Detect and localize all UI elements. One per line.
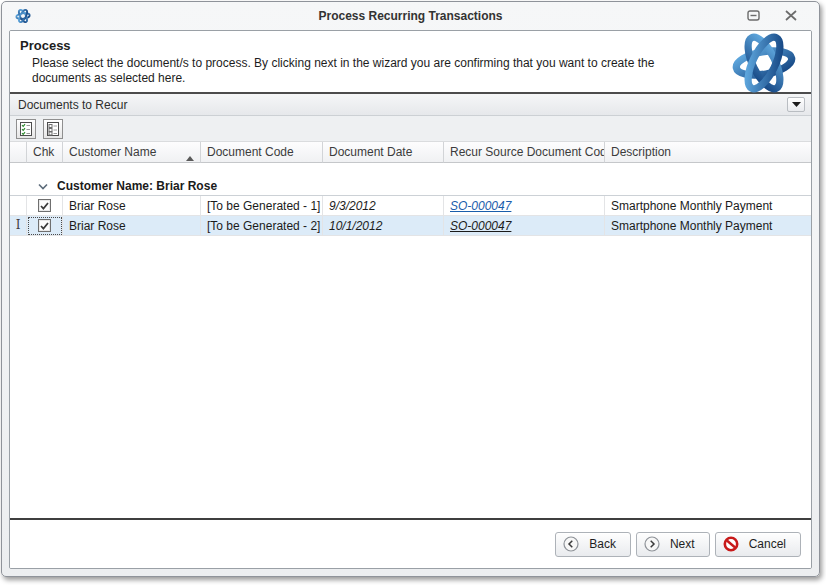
chk-cell-focused[interactable]: [27, 216, 63, 236]
chevron-down-icon: [792, 102, 801, 107]
table-row[interactable]: Briar Rose [To be Generated - 1] 9/3/201…: [10, 196, 811, 216]
document-date-cell[interactable]: 10/1/2012: [323, 216, 444, 236]
wizard-header: Process Please select the document/s to …: [10, 31, 811, 94]
back-button-label: Back: [589, 537, 616, 551]
next-icon: [644, 536, 660, 552]
document-code-cell[interactable]: [To be Generated - 2]: [201, 216, 323, 236]
row-indicator-cell: [10, 196, 27, 216]
focused-row-indicator-icon: I: [10, 218, 26, 232]
column-header-document-code[interactable]: Document Code: [201, 142, 323, 163]
document-code-cell[interactable]: [To be Generated - 1]: [201, 196, 323, 216]
grid-toolbar: [10, 116, 811, 142]
check-all-button[interactable]: [16, 119, 36, 139]
description-cell[interactable]: Smartphone Monthly Payment: [605, 196, 811, 216]
uncheck-all-button[interactable]: [43, 119, 63, 139]
back-icon: [563, 536, 579, 552]
source-document-link[interactable]: SO-000047: [450, 199, 511, 213]
dialog-window: Process Recurring Transactions Process P…: [1, 1, 820, 577]
back-button[interactable]: Back: [555, 532, 631, 557]
next-button-label: Next: [670, 537, 695, 551]
brand-logo-icon: [725, 33, 803, 97]
page-description: Please select the document/s to process.…: [32, 56, 697, 86]
column-header-customer-name[interactable]: Customer Name: [63, 142, 201, 163]
cancel-icon: [723, 536, 739, 552]
checkmark-icon: [40, 222, 49, 230]
close-icon: [785, 10, 797, 21]
column-header-recur-source-document-code[interactable]: Recur Source Document Code: [444, 142, 605, 163]
recur-source-cell: SO-000047: [444, 216, 605, 236]
row-checkbox-checked[interactable]: [38, 199, 51, 212]
table-row-selected[interactable]: I Briar Rose [To be Generated - 2] 10/1/…: [10, 216, 811, 236]
column-header-description[interactable]: Description: [605, 142, 811, 163]
row-indicator-cell: I: [10, 216, 27, 236]
documents-grid: Chk Customer Name Document Code Document…: [10, 142, 811, 518]
description-cell[interactable]: Smartphone Monthly Payment: [605, 216, 811, 236]
close-window-button[interactable]: [781, 6, 801, 24]
row-indicator-column-header: [10, 142, 27, 163]
restore-icon: [747, 10, 760, 21]
document-date-cell[interactable]: 9/3/2012: [323, 196, 444, 216]
window-title: Process Recurring Transactions: [2, 9, 819, 23]
customer-name-cell[interactable]: Briar Rose: [63, 216, 201, 236]
chk-cell[interactable]: [27, 196, 63, 216]
source-document-link[interactable]: SO-000047: [450, 219, 511, 233]
group-row-briar-rose[interactable]: Customer Name: Briar Rose: [10, 177, 811, 196]
restore-window-button[interactable]: [743, 6, 763, 24]
group-row-label: Customer Name: Briar Rose: [57, 179, 217, 193]
checkmark-icon: [40, 202, 49, 210]
cancel-button[interactable]: Cancel: [715, 532, 801, 557]
grid-header-row: Chk Customer Name Document Code Document…: [10, 142, 811, 163]
group-expanded-icon[interactable]: [38, 183, 48, 190]
cancel-button-label: Cancel: [749, 537, 786, 551]
row-checkbox-checked[interactable]: [38, 219, 51, 232]
column-header-chk[interactable]: Chk: [27, 142, 63, 163]
recur-source-cell: SO-000047: [444, 196, 605, 216]
page-title: Process: [20, 38, 797, 53]
column-header-document-date[interactable]: Document Date: [323, 142, 444, 163]
uncheck-all-icon: [45, 121, 61, 137]
grid-spacer: [10, 163, 811, 177]
documents-panel-header[interactable]: Documents to Recur: [10, 94, 811, 116]
dialog-content: Process Please select the document/s to …: [9, 30, 812, 569]
next-button[interactable]: Next: [636, 532, 710, 557]
check-all-icon: [18, 121, 34, 137]
title-bar[interactable]: Process Recurring Transactions: [2, 2, 819, 30]
documents-panel-title: Documents to Recur: [18, 98, 127, 112]
footer-bar: Back Next Cancel: [10, 520, 811, 568]
customer-name-cell[interactable]: Briar Rose: [63, 196, 201, 216]
sort-ascending-icon: [186, 150, 194, 163]
panel-dropdown-button[interactable]: [787, 97, 805, 112]
